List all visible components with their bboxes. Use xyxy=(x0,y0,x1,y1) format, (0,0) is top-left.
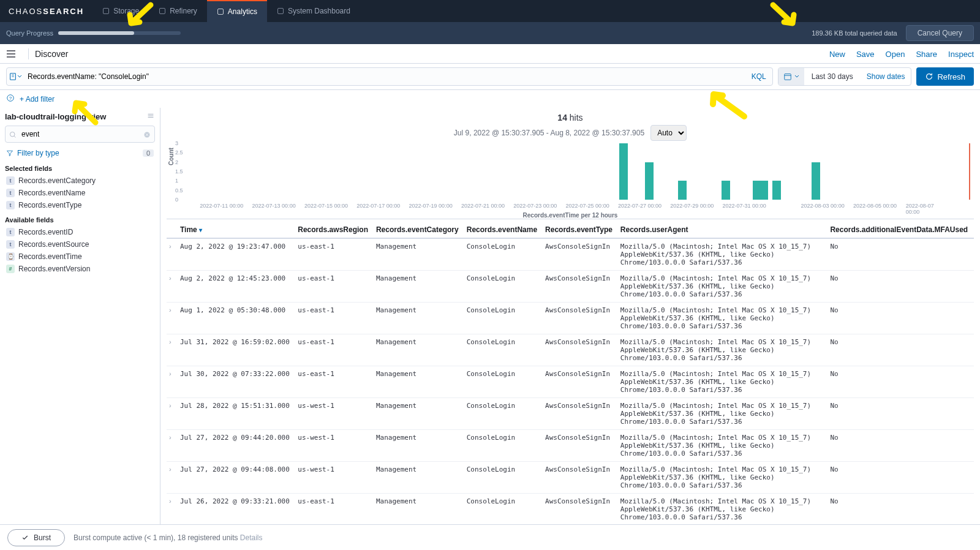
calendar-button[interactable] xyxy=(778,68,804,85)
index-pattern-name[interactable]: lab-cloudtrail-logging-view xyxy=(5,112,106,121)
column-Records-additionalEventData-MFAUsed[interactable]: Records.additionalEventData.MFAUsed xyxy=(827,222,974,238)
filter-help-icon[interactable]: ? xyxy=(6,94,15,104)
cell-time: Jul 27, 2022 @ 09:44:08.000 xyxy=(178,462,295,494)
field-name: Records.eventID xyxy=(18,228,73,236)
expand-row-icon[interactable]: › xyxy=(167,430,178,462)
cell-time: Jul 31, 2022 @ 16:59:02.000 xyxy=(178,334,295,366)
column-Records-eventCategory[interactable]: Records.eventCategory xyxy=(374,222,464,238)
filter-count-badge: 0 xyxy=(143,149,154,157)
results-table: Time ▾Records.awsRegionRecords.eventCate… xyxy=(167,222,974,540)
search-icon xyxy=(9,130,17,141)
histogram-bar[interactable] xyxy=(619,143,628,200)
cell-type: AwsConsoleSignIn xyxy=(543,334,618,366)
hit-count: 14 hits xyxy=(167,110,974,125)
field-item[interactable]: tRecords.eventType xyxy=(5,199,155,211)
burst-details-link[interactable]: Details xyxy=(240,533,263,542)
nav-storage[interactable]: Storage xyxy=(92,0,149,22)
check-icon xyxy=(21,534,29,541)
cell-region: us-east-1 xyxy=(295,303,374,334)
refresh-icon xyxy=(925,72,933,81)
field-type-icon: t xyxy=(6,240,15,249)
histogram-chart[interactable]: Count 00.511.522.53 2022-07-11 00:002022… xyxy=(167,143,974,219)
header-link-save[interactable]: Save xyxy=(856,50,875,59)
field-item[interactable]: ⌚Records.eventTime xyxy=(5,251,155,263)
histogram-bar[interactable] xyxy=(812,162,820,200)
cell-ua: Mozilla/5.0 (Macintosh; Intel Mac OS X 1… xyxy=(618,271,828,303)
refresh-button[interactable]: Refresh xyxy=(916,67,974,86)
nav-system-dashboard[interactable]: System Dashboard xyxy=(267,0,360,22)
expand-row-icon[interactable]: › xyxy=(167,462,178,494)
cell-name: ConsoleLogin xyxy=(464,494,543,526)
cell-time: Jul 28, 2022 @ 15:51:31.000 xyxy=(178,398,295,430)
query-progress-label: Query Progress xyxy=(6,29,53,37)
column-Records-eventType[interactable]: Records.eventType xyxy=(543,222,618,238)
cell-name: ConsoleLogin xyxy=(464,398,543,430)
expand-row-icon[interactable]: › xyxy=(167,303,178,334)
expand-row-icon[interactable]: › xyxy=(167,238,178,271)
nav-refinery[interactable]: Refinery xyxy=(149,0,207,22)
expand-row-icon[interactable]: › xyxy=(167,494,178,526)
field-item[interactable]: tRecords.eventName xyxy=(5,187,155,199)
histogram-bar[interactable] xyxy=(772,181,781,200)
cell-name: ConsoleLogin xyxy=(464,238,543,271)
nav-analytics[interactable]: Analytics xyxy=(207,0,267,22)
cell-cat: Management xyxy=(374,334,464,366)
histogram-bar[interactable] xyxy=(678,181,687,200)
histogram-bar[interactable] xyxy=(722,181,730,200)
field-item[interactable]: tRecords.eventID xyxy=(5,226,155,238)
query-row: KQL Last 30 days Show dates Refresh xyxy=(0,64,980,90)
expand-row-icon[interactable]: › xyxy=(167,366,178,398)
header-link-new[interactable]: New xyxy=(829,50,845,59)
saved-queries-icon[interactable] xyxy=(7,67,24,86)
header-link-share[interactable]: Share xyxy=(916,50,937,59)
column-Time[interactable]: Time ▾ xyxy=(178,222,295,238)
field-item[interactable]: tRecords.eventSource xyxy=(5,238,155,251)
cell-cat: Management xyxy=(374,430,464,462)
expand-row-icon[interactable]: › xyxy=(167,334,178,366)
cell-name: ConsoleLogin xyxy=(464,430,543,462)
header-link-inspect[interactable]: Inspect xyxy=(948,50,974,59)
burst-button[interactable]: Burst xyxy=(7,529,65,546)
filter-by-type[interactable]: Filter by type 0 xyxy=(5,146,155,160)
expand-row-icon[interactable]: › xyxy=(167,271,178,303)
cell-cat: Management xyxy=(374,303,464,334)
field-search-input[interactable] xyxy=(5,126,155,143)
cell-time: Jul 30, 2022 @ 07:33:22.000 xyxy=(178,366,295,398)
cancel-query-button[interactable]: Cancel Query xyxy=(906,25,974,41)
search-input[interactable] xyxy=(24,72,745,81)
column-Records-awsRegion[interactable]: Records.awsRegion xyxy=(295,222,374,238)
cell-type: AwsConsoleSignIn xyxy=(543,238,618,271)
cell-region: us-west-1 xyxy=(295,430,374,462)
page-title: Discover xyxy=(35,49,68,59)
histogram-bar[interactable] xyxy=(760,181,768,200)
index-settings-icon[interactable] xyxy=(146,111,155,122)
column-Records-eventName[interactable]: Records.eventName xyxy=(464,222,543,238)
field-name: Records.eventCategory xyxy=(18,176,96,185)
expand-row-icon[interactable]: › xyxy=(167,398,178,430)
date-range-text[interactable]: Last 30 days xyxy=(804,72,861,81)
clear-icon[interactable] xyxy=(143,130,151,141)
field-type-icon: # xyxy=(6,265,15,273)
calendar-icon xyxy=(783,72,792,81)
nav-label: Analytics xyxy=(228,7,257,16)
show-dates-link[interactable]: Show dates xyxy=(861,72,911,81)
interval-select[interactable]: Auto xyxy=(650,125,687,141)
table-row: ›Jul 26, 2022 @ 09:33:21.000us-east-1Man… xyxy=(167,494,974,526)
histogram-bar[interactable] xyxy=(645,162,654,200)
svg-point-8 xyxy=(10,132,15,137)
cell-name: ConsoleLogin xyxy=(464,462,543,494)
field-item[interactable]: tRecords.eventCategory xyxy=(5,175,155,187)
cell-ua: Mozilla/5.0 (Macintosh; Intel Mac OS X 1… xyxy=(618,430,828,462)
cell-region: us-east-1 xyxy=(295,334,374,366)
table-row: ›Aug 1, 2022 @ 05:30:48.000us-east-1Mana… xyxy=(167,303,974,334)
header-link-open[interactable]: Open xyxy=(886,50,905,59)
column-Records-userAgent[interactable]: Records.userAgent xyxy=(618,222,828,238)
cell-time: Aug 2, 2022 @ 19:23:47.000 xyxy=(178,238,295,271)
field-item[interactable]: #Records.eventVersion xyxy=(5,263,155,275)
kql-button[interactable]: KQL xyxy=(745,72,772,81)
add-filter-button[interactable]: + Add filter xyxy=(20,95,55,104)
cell-time: Aug 1, 2022 @ 05:30:48.000 xyxy=(178,303,295,334)
hamburger-icon[interactable] xyxy=(6,49,16,59)
cell-mfa: No xyxy=(827,303,974,334)
cell-region: us-east-1 xyxy=(295,494,374,526)
